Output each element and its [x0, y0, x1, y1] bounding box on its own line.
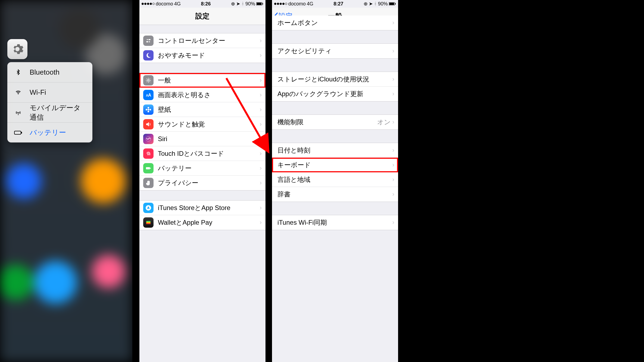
- chevron-right-icon: ›: [392, 19, 394, 26]
- settings-row-touchid[interactable]: Touch IDとパスコード›: [139, 146, 265, 161]
- svg-rect-20: [146, 167, 150, 169]
- svg-point-1: [18, 112, 19, 113]
- chevron-right-icon: ›: [392, 161, 394, 169]
- general-row[interactable]: ストレージとiCloudの使用状況›: [272, 72, 398, 87]
- settings-row-label: WalletとApple Pay: [158, 218, 260, 227]
- chevron-right-icon: ›: [260, 150, 262, 157]
- general-row[interactable]: アクセシビリティ›: [272, 44, 398, 58]
- settings-row-aa[interactable]: AA画面表示と明るさ›: [139, 88, 265, 102]
- settings-row-gear[interactable]: 一般›: [139, 73, 265, 88]
- general-row[interactable]: 日付と時刻›: [272, 143, 398, 158]
- settings-row-label: おやすみモード: [158, 51, 260, 60]
- general-row-label: Appのバックグラウンド更新: [277, 90, 392, 98]
- general-row-label: キーボード: [277, 161, 392, 169]
- svg-rect-25: [146, 223, 151, 224]
- network-label: 4G: [307, 1, 313, 7]
- lock-icon: ⊕: [364, 1, 368, 7]
- svg-rect-27: [389, 2, 394, 5]
- siri-icon: [143, 134, 154, 144]
- gear-icon: [11, 43, 24, 56]
- settings-list[interactable]: コントロールセンター›おやすみモード›一般›AA画面表示と明るさ›壁紙›サウンド…: [139, 23, 265, 362]
- divider: [132, 0, 139, 362]
- svg-rect-3: [21, 132, 22, 134]
- general-row[interactable]: iTunes Wi-Fi同期›: [272, 215, 398, 230]
- quick-menu-bluetooth[interactable]: Bluetooth: [7, 62, 92, 82]
- settings-row-moon[interactable]: おやすみモード›: [139, 48, 265, 63]
- svg-rect-23: [146, 221, 151, 222]
- settings-row-battery[interactable]: バッテリー›: [139, 161, 265, 176]
- svg-rect-6: [262, 3, 263, 5]
- settings-row-flower[interactable]: 壁紙›: [139, 102, 265, 117]
- chevron-right-icon: ›: [260, 91, 262, 99]
- general-row-value: オン: [377, 118, 391, 126]
- store-icon: [143, 203, 154, 213]
- battery-icon: [143, 163, 154, 173]
- settings-quick-menu: BluetoothWi-Fiモバイルデータ通信バッテリー: [7, 62, 92, 142]
- svg-rect-24: [146, 222, 151, 223]
- general-row[interactable]: 言語と地域›: [272, 172, 398, 187]
- general-row[interactable]: 辞書›: [272, 187, 398, 202]
- quick-menu-label: Wi-Fi: [30, 88, 46, 97]
- chevron-right-icon: ›: [260, 135, 262, 142]
- moon-icon: [143, 50, 154, 61]
- settings-row-label: プライバシー: [158, 179, 260, 187]
- chevron-right-icon: ›: [392, 47, 394, 55]
- settings-row-control-center[interactable]: コントロールセンター›: [139, 33, 265, 48]
- svg-point-0: [18, 94, 19, 94]
- network-label: 4G: [174, 1, 181, 7]
- svg-point-14: [148, 109, 149, 110]
- settings-row-wallet[interactable]: WalletとApple Pay›: [139, 215, 265, 230]
- chevron-right-icon: ›: [392, 147, 394, 154]
- bluetooth-status-icon: ᚼ: [241, 1, 244, 7]
- clock: 8:26: [201, 1, 211, 7]
- chevron-right-icon: ›: [260, 37, 262, 44]
- location-icon: ➤: [236, 1, 240, 7]
- settings-row-speaker[interactable]: サウンドと触覚›: [139, 117, 265, 132]
- chevron-right-icon: ›: [260, 106, 262, 113]
- battery-icon: [389, 1, 396, 7]
- signal-dots-icon: [274, 3, 287, 5]
- general-row[interactable]: キーボード›: [272, 158, 398, 172]
- bluetooth-status-icon: ᚼ: [374, 1, 377, 7]
- chevron-right-icon: ›: [392, 191, 394, 198]
- settings-app-icon[interactable]: [7, 39, 27, 59]
- quick-menu-label: Bluetooth: [30, 68, 60, 77]
- chevron-right-icon: ›: [392, 90, 394, 97]
- settings-row-store[interactable]: iTunes StoreとApp Store›: [139, 201, 265, 215]
- general-row-label: 機能制限: [277, 118, 377, 126]
- settings-row-hand[interactable]: プライバシー›: [139, 176, 265, 190]
- general-row-label: 辞書: [277, 190, 392, 199]
- general-row-label: ホームボタン: [277, 18, 392, 27]
- wallet-icon: [143, 217, 154, 228]
- svg-text:A: A: [148, 93, 151, 97]
- touchid-icon: [143, 148, 154, 159]
- quick-menu-cellular[interactable]: モバイルデータ通信: [7, 102, 92, 122]
- chevron-right-icon: ›: [260, 121, 262, 128]
- quick-menu-label: バッテリー: [30, 128, 66, 137]
- aa-icon: AA: [143, 90, 154, 100]
- svg-rect-5: [257, 2, 262, 5]
- settings-row-label: Touch IDとパスコード: [158, 149, 260, 158]
- quick-menu-label: モバイルデータ通信: [30, 103, 87, 122]
- quick-menu-wifi[interactable]: Wi-Fi: [7, 82, 92, 102]
- svg-point-17: [146, 109, 147, 110]
- lock-icon: ⊕: [231, 1, 235, 7]
- chevron-right-icon: ›: [260, 77, 262, 84]
- flower-icon: [143, 104, 154, 115]
- settings-row-label: iTunes StoreとApp Store: [158, 204, 260, 212]
- chevron-right-icon: ›: [392, 119, 394, 126]
- settings-row-label: Siri: [158, 135, 260, 143]
- general-row-label: ストレージとiCloudの使用状況: [277, 75, 392, 84]
- general-row[interactable]: 機能制限オン›: [272, 115, 398, 129]
- svg-point-9: [149, 41, 150, 42]
- general-list[interactable]: ホームボタン›アクセシビリティ›ストレージとiCloudの使用状況›Appのバッ…: [272, 15, 398, 362]
- general-row[interactable]: Appのバックグラウンド更新›: [272, 87, 398, 101]
- battery-icon: [256, 1, 263, 7]
- quick-menu-battery[interactable]: バッテリー: [7, 122, 92, 142]
- gear-icon: [143, 75, 154, 85]
- chevron-right-icon: ›: [392, 219, 394, 226]
- carrier-label: docomo: [156, 1, 173, 7]
- general-row[interactable]: ホームボタン›: [272, 15, 398, 30]
- settings-row-siri[interactable]: Siri›: [139, 132, 265, 146]
- settings-row-label: 一般: [158, 76, 260, 85]
